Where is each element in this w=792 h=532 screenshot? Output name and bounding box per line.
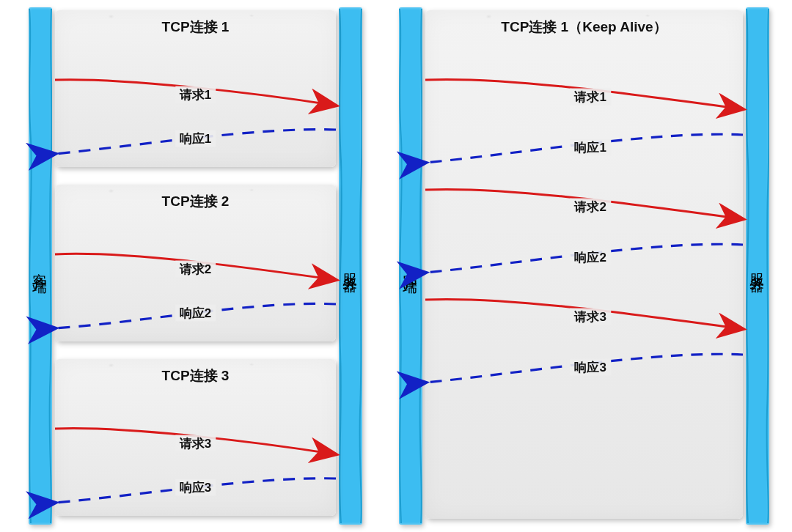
panel-keep-alive: 客户端 服务器 TCP连接 1（Keep Alive） — [399, 7, 769, 525]
tcp-conn-block-3: TCP连接 3 请求3 响应3 — [55, 359, 336, 516]
request-label-3: 请求3 — [175, 435, 216, 452]
ka-response-label-3: 响应3 — [570, 359, 610, 376]
client-label: 客户端 — [31, 262, 51, 270]
ka-response-label-1: 响应1 — [570, 139, 610, 156]
ka-request-label-3: 请求3 — [570, 309, 610, 325]
server-lifeline-bar: 服务器 — [339, 7, 362, 525]
client-lifeline-bar: 客户端 — [29, 7, 52, 525]
tcp-conn-block-1: TCP连接 1 请求1 响应1 — [55, 10, 336, 167]
diagram-stage: 客户端 服务器 TCP连接 1 — [0, 0, 792, 532]
tcp-conn-block-2: TCP连接 2 请求2 响应2 — [55, 185, 336, 341]
request-label-1: 请求1 — [175, 86, 216, 103]
server-label: 服务器 — [748, 262, 768, 270]
server-label: 服务器 — [341, 262, 361, 270]
response-label-3: 响应3 — [175, 479, 216, 496]
request-label-2: 请求2 — [175, 261, 216, 278]
ka-request-label-2: 请求2 — [570, 199, 610, 215]
right-content-column: TCP连接 1（Keep Alive） — [422, 7, 746, 525]
ka-request-label-1: 请求1 — [570, 89, 610, 106]
ka-response-label-2: 响应2 — [570, 249, 610, 266]
server-lifeline-bar: 服务器 — [746, 7, 769, 525]
left-content-column: TCP连接 1 请求1 响应1 — [52, 7, 339, 525]
response-label-2: 响应2 — [175, 305, 216, 322]
response-label-1: 响应1 — [175, 130, 216, 147]
client-lifeline-bar: 客户端 — [399, 7, 422, 525]
client-label: 客户端 — [401, 262, 421, 270]
tcp-keepalive-block: TCP连接 1（Keep Alive） — [425, 10, 743, 519]
panel-separate-connections: 客户端 服务器 TCP连接 1 — [29, 7, 362, 525]
